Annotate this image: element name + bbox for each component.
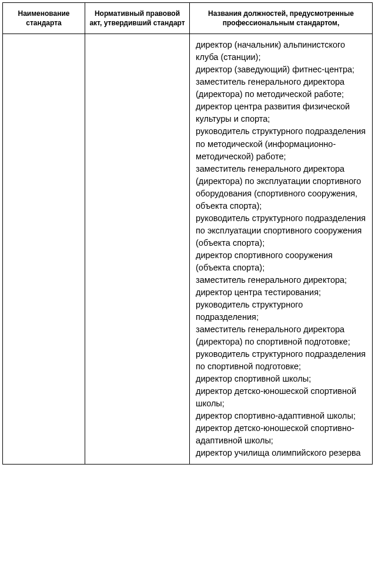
header-legal-act: Нормативный правовой акт, утвердивший ст…: [85, 3, 190, 34]
standards-table: Наименование стандарта Нормативный право…: [2, 2, 373, 465]
table-row: директор (начальник) альпинистского клуб…: [3, 34, 373, 465]
header-position-names: Названия должностей, предусмотренные про…: [190, 3, 373, 34]
table-header-row: Наименование стандарта Нормативный право…: [3, 3, 373, 34]
cell-legal-act: [85, 34, 190, 465]
cell-positions: директор (начальник) альпинистского клуб…: [190, 34, 373, 465]
header-standard-name: Наименование стандарта: [3, 3, 85, 34]
cell-standard-name: [3, 34, 85, 465]
